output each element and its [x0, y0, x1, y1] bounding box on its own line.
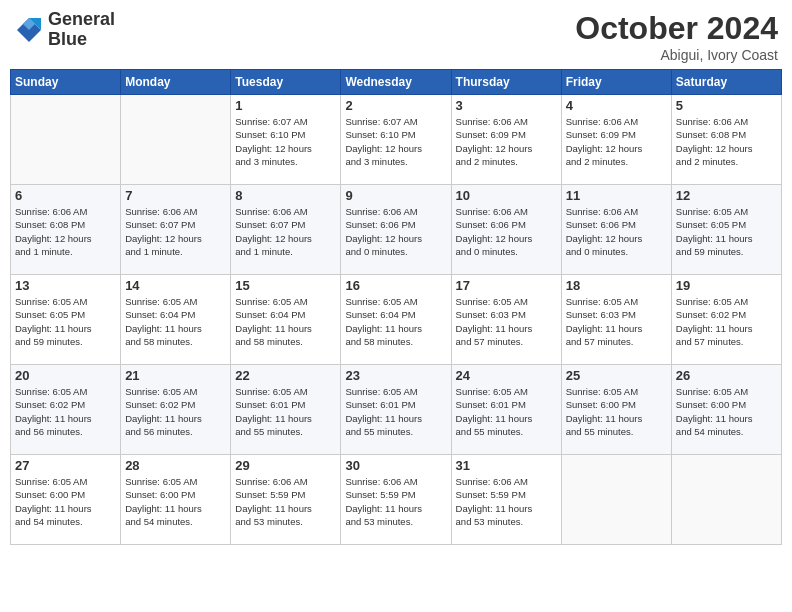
day-info: Sunrise: 6:05 AM Sunset: 6:03 PM Dayligh… — [456, 295, 557, 348]
day-info: Sunrise: 6:05 AM Sunset: 6:01 PM Dayligh… — [456, 385, 557, 438]
day-cell: 1Sunrise: 6:07 AM Sunset: 6:10 PM Daylig… — [231, 95, 341, 185]
calendar-body: 1Sunrise: 6:07 AM Sunset: 6:10 PM Daylig… — [11, 95, 782, 545]
day-cell: 14Sunrise: 6:05 AM Sunset: 6:04 PM Dayli… — [121, 275, 231, 365]
day-info: Sunrise: 6:06 AM Sunset: 6:08 PM Dayligh… — [15, 205, 116, 258]
day-header-saturday: Saturday — [671, 70, 781, 95]
day-info: Sunrise: 6:05 AM Sunset: 6:00 PM Dayligh… — [125, 475, 226, 528]
day-info: Sunrise: 6:05 AM Sunset: 6:04 PM Dayligh… — [125, 295, 226, 348]
day-number: 31 — [456, 458, 557, 473]
day-cell: 7Sunrise: 6:06 AM Sunset: 6:07 PM Daylig… — [121, 185, 231, 275]
day-cell: 22Sunrise: 6:05 AM Sunset: 6:01 PM Dayli… — [231, 365, 341, 455]
day-info: Sunrise: 6:06 AM Sunset: 5:59 PM Dayligh… — [235, 475, 336, 528]
day-cell: 31Sunrise: 6:06 AM Sunset: 5:59 PM Dayli… — [451, 455, 561, 545]
week-row-3: 13Sunrise: 6:05 AM Sunset: 6:05 PM Dayli… — [11, 275, 782, 365]
day-cell: 2Sunrise: 6:07 AM Sunset: 6:10 PM Daylig… — [341, 95, 451, 185]
day-number: 24 — [456, 368, 557, 383]
day-cell: 25Sunrise: 6:05 AM Sunset: 6:00 PM Dayli… — [561, 365, 671, 455]
day-cell: 3Sunrise: 6:06 AM Sunset: 6:09 PM Daylig… — [451, 95, 561, 185]
day-number: 12 — [676, 188, 777, 203]
day-info: Sunrise: 6:05 AM Sunset: 6:05 PM Dayligh… — [676, 205, 777, 258]
day-header-tuesday: Tuesday — [231, 70, 341, 95]
day-header-sunday: Sunday — [11, 70, 121, 95]
week-row-5: 27Sunrise: 6:05 AM Sunset: 6:00 PM Dayli… — [11, 455, 782, 545]
day-info: Sunrise: 6:06 AM Sunset: 6:09 PM Dayligh… — [566, 115, 667, 168]
logo-line2: Blue — [48, 30, 115, 50]
day-cell: 9Sunrise: 6:06 AM Sunset: 6:06 PM Daylig… — [341, 185, 451, 275]
day-number: 29 — [235, 458, 336, 473]
day-cell: 11Sunrise: 6:06 AM Sunset: 6:06 PM Dayli… — [561, 185, 671, 275]
day-info: Sunrise: 6:06 AM Sunset: 6:09 PM Dayligh… — [456, 115, 557, 168]
day-cell: 18Sunrise: 6:05 AM Sunset: 6:03 PM Dayli… — [561, 275, 671, 365]
day-cell — [11, 95, 121, 185]
day-info: Sunrise: 6:07 AM Sunset: 6:10 PM Dayligh… — [345, 115, 446, 168]
day-cell — [671, 455, 781, 545]
day-number: 1 — [235, 98, 336, 113]
day-cell: 12Sunrise: 6:05 AM Sunset: 6:05 PM Dayli… — [671, 185, 781, 275]
day-info: Sunrise: 6:05 AM Sunset: 6:00 PM Dayligh… — [566, 385, 667, 438]
day-number: 13 — [15, 278, 116, 293]
day-info: Sunrise: 6:05 AM Sunset: 6:01 PM Dayligh… — [345, 385, 446, 438]
day-cell: 28Sunrise: 6:05 AM Sunset: 6:00 PM Dayli… — [121, 455, 231, 545]
day-info: Sunrise: 6:06 AM Sunset: 6:06 PM Dayligh… — [566, 205, 667, 258]
day-cell: 26Sunrise: 6:05 AM Sunset: 6:00 PM Dayli… — [671, 365, 781, 455]
day-number: 17 — [456, 278, 557, 293]
title-block: October 2024 Abigui, Ivory Coast — [575, 10, 778, 63]
day-header-wednesday: Wednesday — [341, 70, 451, 95]
day-number: 15 — [235, 278, 336, 293]
day-cell: 5Sunrise: 6:06 AM Sunset: 6:08 PM Daylig… — [671, 95, 781, 185]
day-info: Sunrise: 6:07 AM Sunset: 6:10 PM Dayligh… — [235, 115, 336, 168]
day-info: Sunrise: 6:06 AM Sunset: 5:59 PM Dayligh… — [345, 475, 446, 528]
day-number: 7 — [125, 188, 226, 203]
day-info: Sunrise: 6:06 AM Sunset: 5:59 PM Dayligh… — [456, 475, 557, 528]
day-number: 8 — [235, 188, 336, 203]
day-info: Sunrise: 6:06 AM Sunset: 6:06 PM Dayligh… — [456, 205, 557, 258]
day-info: Sunrise: 6:06 AM Sunset: 6:07 PM Dayligh… — [125, 205, 226, 258]
day-cell: 23Sunrise: 6:05 AM Sunset: 6:01 PM Dayli… — [341, 365, 451, 455]
location: Abigui, Ivory Coast — [575, 47, 778, 63]
header-row: SundayMondayTuesdayWednesdayThursdayFrid… — [11, 70, 782, 95]
day-info: Sunrise: 6:05 AM Sunset: 6:02 PM Dayligh… — [15, 385, 116, 438]
day-info: Sunrise: 6:05 AM Sunset: 6:02 PM Dayligh… — [125, 385, 226, 438]
day-cell: 29Sunrise: 6:06 AM Sunset: 5:59 PM Dayli… — [231, 455, 341, 545]
day-cell: 6Sunrise: 6:06 AM Sunset: 6:08 PM Daylig… — [11, 185, 121, 275]
logo-text: General Blue — [48, 10, 115, 50]
day-number: 22 — [235, 368, 336, 383]
logo-icon — [14, 15, 44, 45]
day-info: Sunrise: 6:05 AM Sunset: 6:04 PM Dayligh… — [345, 295, 446, 348]
logo: General Blue — [14, 10, 115, 50]
day-cell: 20Sunrise: 6:05 AM Sunset: 6:02 PM Dayli… — [11, 365, 121, 455]
day-header-friday: Friday — [561, 70, 671, 95]
day-cell: 19Sunrise: 6:05 AM Sunset: 6:02 PM Dayli… — [671, 275, 781, 365]
calendar-table: SundayMondayTuesdayWednesdayThursdayFrid… — [10, 69, 782, 545]
logo-line1: General — [48, 10, 115, 30]
day-number: 14 — [125, 278, 226, 293]
day-cell: 8Sunrise: 6:06 AM Sunset: 6:07 PM Daylig… — [231, 185, 341, 275]
day-number: 19 — [676, 278, 777, 293]
day-info: Sunrise: 6:05 AM Sunset: 6:00 PM Dayligh… — [15, 475, 116, 528]
day-cell: 17Sunrise: 6:05 AM Sunset: 6:03 PM Dayli… — [451, 275, 561, 365]
day-number: 9 — [345, 188, 446, 203]
day-cell: 27Sunrise: 6:05 AM Sunset: 6:00 PM Dayli… — [11, 455, 121, 545]
day-cell: 16Sunrise: 6:05 AM Sunset: 6:04 PM Dayli… — [341, 275, 451, 365]
day-number: 18 — [566, 278, 667, 293]
day-number: 21 — [125, 368, 226, 383]
day-number: 25 — [566, 368, 667, 383]
day-number: 3 — [456, 98, 557, 113]
day-number: 26 — [676, 368, 777, 383]
day-number: 10 — [456, 188, 557, 203]
day-cell: 24Sunrise: 6:05 AM Sunset: 6:01 PM Dayli… — [451, 365, 561, 455]
day-info: Sunrise: 6:05 AM Sunset: 6:04 PM Dayligh… — [235, 295, 336, 348]
day-cell — [561, 455, 671, 545]
day-number: 4 — [566, 98, 667, 113]
day-cell: 4Sunrise: 6:06 AM Sunset: 6:09 PM Daylig… — [561, 95, 671, 185]
week-row-2: 6Sunrise: 6:06 AM Sunset: 6:08 PM Daylig… — [11, 185, 782, 275]
day-cell: 21Sunrise: 6:05 AM Sunset: 6:02 PM Dayli… — [121, 365, 231, 455]
day-cell: 30Sunrise: 6:06 AM Sunset: 5:59 PM Dayli… — [341, 455, 451, 545]
day-info: Sunrise: 6:06 AM Sunset: 6:08 PM Dayligh… — [676, 115, 777, 168]
week-row-1: 1Sunrise: 6:07 AM Sunset: 6:10 PM Daylig… — [11, 95, 782, 185]
day-info: Sunrise: 6:05 AM Sunset: 6:01 PM Dayligh… — [235, 385, 336, 438]
day-number: 6 — [15, 188, 116, 203]
day-cell — [121, 95, 231, 185]
day-number: 5 — [676, 98, 777, 113]
day-header-thursday: Thursday — [451, 70, 561, 95]
